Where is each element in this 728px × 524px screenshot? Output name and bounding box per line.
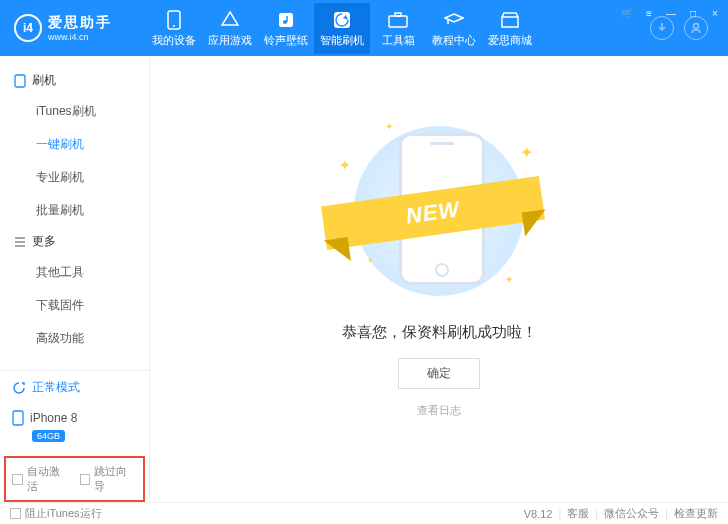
nav-label: 爱思商城	[482, 33, 538, 48]
version-label: V8.12	[524, 508, 553, 520]
maximize-button[interactable]: □	[686, 6, 700, 20]
wechat-link[interactable]: 微信公众号	[604, 506, 659, 521]
nav-toolbox[interactable]: 工具箱	[370, 3, 426, 54]
brand-name: 爱思助手	[48, 14, 112, 32]
star-icon: ✦	[339, 157, 351, 173]
sidebar-item-advanced[interactable]: 高级功能	[0, 322, 149, 355]
star-icon: ✦	[520, 143, 533, 162]
sidebar-group-flash: 刷机	[0, 66, 149, 95]
star-icon: ✦	[505, 274, 513, 285]
close-button[interactable]: ×	[708, 6, 722, 20]
check-label: 自动激活	[27, 464, 70, 494]
view-log-link[interactable]: 查看日志	[417, 403, 461, 418]
sidebar-item-oneclick-flash[interactable]: 一键刷机	[0, 128, 149, 161]
nav-label: 我的设备	[146, 33, 202, 48]
refresh-icon	[12, 381, 26, 395]
sidebar-item-itunes-flash[interactable]: iTunes刷机	[0, 95, 149, 128]
update-link[interactable]: 检查更新	[674, 506, 718, 521]
nav-label: 教程中心	[426, 33, 482, 48]
brand-logo: i4 爱思助手 www.i4.cn	[8, 14, 146, 42]
device-info[interactable]: iPhone 8 64GB	[0, 404, 149, 452]
sidebar-group-more: 更多	[0, 227, 149, 256]
check-auto-activate[interactable]: 自动激活	[12, 464, 70, 494]
cart-icon[interactable]: 🛒	[620, 6, 634, 20]
sidebar: 刷机 iTunes刷机 一键刷机 专业刷机 批量刷机 更多 其他工具 下载固件 …	[0, 56, 150, 502]
check-label: 阻止iTunes运行	[25, 506, 102, 521]
phone-icon	[14, 74, 26, 88]
nav-tutorial[interactable]: 教程中心	[426, 3, 482, 54]
flash-icon	[314, 9, 370, 31]
sidebar-item-download-firmware[interactable]: 下载固件	[0, 289, 149, 322]
top-nav: 我的设备 应用游戏 铃声壁纸 智能刷机 工具箱 教程中心 爱思商城	[146, 3, 638, 54]
sidebar-item-other-tools[interactable]: 其他工具	[0, 256, 149, 289]
store-icon	[482, 9, 538, 31]
svg-rect-10	[13, 411, 23, 425]
svg-point-3	[283, 20, 287, 24]
support-link[interactable]: 客服	[567, 506, 589, 521]
nav-label: 智能刷机	[314, 33, 370, 48]
phone-icon	[12, 410, 24, 426]
nav-label: 铃声壁纸	[258, 33, 314, 48]
nav-flash[interactable]: 智能刷机	[314, 3, 370, 54]
svg-rect-7	[502, 17, 518, 27]
menu-icon[interactable]: ≡	[642, 6, 656, 20]
music-icon	[258, 9, 314, 31]
checkbox-icon	[80, 474, 91, 485]
highlighted-checks: 自动激活 跳过向导	[4, 456, 145, 502]
svg-rect-5	[389, 16, 407, 27]
check-label: 跳过向导	[94, 464, 137, 494]
nav-my-device[interactable]: 我的设备	[146, 3, 202, 54]
graduation-icon	[426, 9, 482, 31]
star-icon: ✦	[385, 121, 393, 132]
check-block-itunes[interactable]: 阻止iTunes运行	[10, 506, 102, 521]
toolbox-icon	[370, 9, 426, 31]
nav-label: 工具箱	[370, 33, 426, 48]
svg-point-8	[694, 24, 699, 29]
nav-ringtone[interactable]: 铃声壁纸	[258, 3, 314, 54]
checkbox-icon	[10, 508, 21, 519]
device-name: iPhone 8	[30, 411, 77, 425]
device-icon	[146, 9, 202, 31]
device-mode-status[interactable]: 正常模式	[0, 370, 149, 404]
ok-button[interactable]: 确定	[398, 358, 480, 389]
status-label: 正常模式	[32, 379, 80, 396]
checkbox-icon	[12, 474, 23, 485]
success-message: 恭喜您，保资料刷机成功啦！	[342, 323, 537, 342]
apps-icon	[202, 9, 258, 31]
statusbar: 阻止iTunes运行 V8.12 | 客服 | 微信公众号 | 检查更新	[0, 502, 728, 524]
minimize-button[interactable]: —	[664, 6, 678, 20]
sidebar-item-pro-flash[interactable]: 专业刷机	[0, 161, 149, 194]
window-controls: 🛒 ≡ — □ ×	[620, 2, 722, 20]
storage-badge: 64GB	[32, 430, 65, 442]
svg-rect-2	[279, 13, 293, 27]
list-icon	[14, 236, 26, 248]
group-title: 刷机	[32, 72, 56, 89]
star-icon: ✦	[367, 256, 374, 265]
nav-store[interactable]: 爱思商城	[482, 3, 538, 54]
titlebar: i4 爱思助手 www.i4.cn 我的设备 应用游戏 铃声壁纸 智能刷机 工具…	[0, 0, 728, 56]
sidebar-item-batch-flash[interactable]: 批量刷机	[0, 194, 149, 227]
nav-apps[interactable]: 应用游戏	[202, 3, 258, 54]
svg-rect-9	[15, 75, 25, 87]
check-skip-guide[interactable]: 跳过向导	[80, 464, 138, 494]
logo-icon: i4	[14, 14, 42, 42]
group-title: 更多	[32, 233, 56, 250]
nav-label: 应用游戏	[202, 33, 258, 48]
success-illustration: ✦ ✦ ✦ ✦ ✦ NEW	[339, 121, 539, 301]
main-content: ✦ ✦ ✦ ✦ ✦ NEW 恭喜您，保资料刷机成功啦！ 确定 查看日志	[150, 56, 728, 502]
svg-point-1	[173, 25, 175, 27]
svg-rect-6	[395, 13, 401, 16]
brand-site: www.i4.cn	[48, 32, 112, 42]
